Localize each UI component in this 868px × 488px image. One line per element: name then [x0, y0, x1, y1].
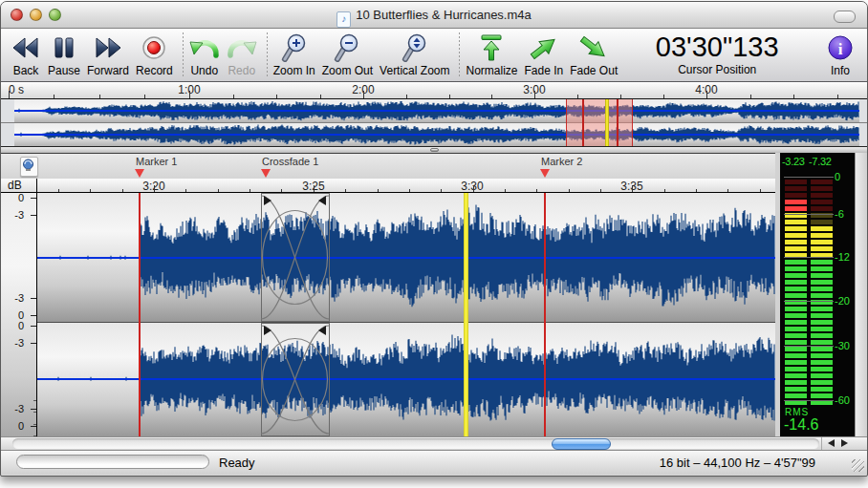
ruler-minor-tick [281, 189, 282, 193]
marker-flag-icon[interactable] [540, 169, 550, 178]
meter-scale-line [784, 214, 834, 215]
zoom-in-button[interactable]: Zoom In [273, 32, 315, 77]
overview-channel-left[interactable] [14, 99, 859, 122]
rms-value: -14.6 [784, 416, 818, 434]
normalize-button[interactable]: Normalize [466, 32, 517, 77]
vertical-zoom-label: Vertical Zoom [380, 64, 449, 77]
ruler-major-tick [706, 91, 707, 98]
db-minor-tick [33, 424, 36, 425]
ruler-minor-tick [536, 189, 537, 193]
overview-playhead-cursor[interactable] [605, 99, 609, 146]
fade-out-label: Fade Out [570, 64, 618, 77]
meter-segment-left [785, 220, 807, 224]
meter-segment-left [785, 307, 807, 311]
db-major-tick [31, 343, 36, 344]
ruler-minor-tick [406, 95, 407, 98]
db-major-tick [31, 315, 36, 316]
db-unit-label: dB [8, 179, 22, 192]
meter-segment-left [785, 180, 807, 184]
scroll-left-arrow-icon[interactable] [828, 439, 835, 447]
window-title-area: ♪10 Butterflies & Hurricanes.m4a [1, 8, 867, 28]
info-button[interactable]: i Info [827, 32, 854, 77]
record-label: Record [136, 64, 173, 77]
toolbar: Back Pause Forward Record Undo Redo Zoom… [1, 29, 867, 82]
meter-segment-right [811, 260, 833, 265]
marker-label: Marker 2 [541, 156, 582, 167]
meter-segment-left [785, 340, 807, 345]
forward-button[interactable]: Forward [87, 32, 129, 77]
marker-label: Crossfade 1 [262, 156, 318, 167]
meter-segment-left [785, 273, 807, 278]
ruler-minor-tick [54, 95, 54, 98]
ruler-minor-tick [409, 189, 410, 193]
toolbar-toggle-button[interactable] [834, 11, 856, 23]
title-bar[interactable]: ♪10 Butterflies & Hurricanes.m4a [1, 2, 867, 29]
forward-label: Forward [87, 64, 129, 77]
overview-marker-line [582, 99, 584, 146]
ruler-minor-tick [620, 95, 621, 98]
horizontal-scrollbar[interactable] [1, 436, 867, 450]
ruler-minor-tick [90, 189, 91, 193]
meter-segment-left [785, 333, 807, 338]
zoom-out-button[interactable]: Zoom Out [322, 32, 373, 77]
vertical-zoom-icon [401, 32, 428, 63]
pause-button[interactable]: Pause [48, 32, 80, 77]
waveform-channel-left[interactable] [37, 193, 775, 323]
meter-segment-right [811, 293, 833, 298]
meter-segment-right [811, 307, 833, 311]
status-text: Ready [219, 456, 255, 470]
cursor-position-value: 03'30"133 [656, 32, 779, 62]
vertical-zoom-button[interactable]: Vertical Zoom [380, 32, 449, 77]
undo-icon [189, 32, 220, 63]
ruler-minor-tick [750, 95, 751, 98]
meter-scale-label: -12 [835, 251, 850, 263]
marker-flag-icon[interactable] [261, 169, 271, 178]
meter-segment-left [785, 266, 807, 271]
ruler-minor-tick [122, 189, 123, 193]
back-button[interactable]: Back [11, 32, 41, 77]
fade-out-button[interactable]: Fade Out [570, 32, 618, 77]
marker-bar[interactable]: Marker 1Crossfade 1Marker 2 [1, 153, 775, 179]
scrollbar-track[interactable] [12, 438, 819, 449]
waveform-channel-right[interactable] [37, 323, 775, 436]
marker-flag-icon[interactable] [135, 169, 144, 178]
undo-button[interactable]: Undo [189, 32, 220, 77]
ruler-minor-tick [99, 95, 100, 98]
resize-grip[interactable] [852, 459, 864, 472]
ruler-minor-tick [58, 189, 59, 193]
meter-segment-right [811, 347, 833, 351]
ruler-minor-tick [250, 189, 250, 193]
db-major-tick [31, 298, 36, 299]
meter-segment-right [811, 393, 833, 398]
record-icon [141, 32, 167, 63]
meter-segment-left [785, 373, 807, 378]
audio-source-button[interactable] [20, 157, 38, 177]
record-button[interactable]: Record [136, 32, 173, 77]
meter-segment-left [785, 206, 807, 211]
redo-button[interactable]: Redo [227, 32, 257, 77]
scrollbar-thumb[interactable] [552, 438, 611, 450]
meter-segment-right [811, 246, 833, 251]
info-icon: i [827, 32, 854, 63]
meter-segment-left [785, 293, 807, 298]
pause-label: Pause [48, 64, 80, 77]
normalize-label: Normalize [466, 64, 517, 77]
ruler-minor-tick [664, 189, 665, 193]
overview-selection[interactable] [566, 99, 633, 146]
meter-segment-left [785, 246, 807, 251]
overview-channel-right[interactable] [14, 123, 859, 146]
zoom-out-icon [334, 32, 360, 63]
meter-segment-right [811, 373, 833, 378]
ruler-minor-tick [727, 189, 728, 193]
ruler-minor-tick [441, 189, 442, 193]
window-title: 10 Butterflies & Hurricanes.m4a [356, 8, 532, 22]
db-major-tick [31, 409, 36, 410]
fade-in-button[interactable]: Fade In [524, 32, 563, 77]
overview-waveform[interactable] [1, 99, 867, 147]
vertical-scrollbar-track[interactable] [855, 153, 868, 436]
music-note-icon: ♪ [336, 11, 351, 28]
meter-segment-right [811, 340, 833, 345]
zoom-out-label: Zoom Out [322, 64, 373, 77]
divider-grip-handle[interactable] [430, 148, 439, 152]
scroll-right-arrow-icon[interactable] [841, 439, 848, 447]
